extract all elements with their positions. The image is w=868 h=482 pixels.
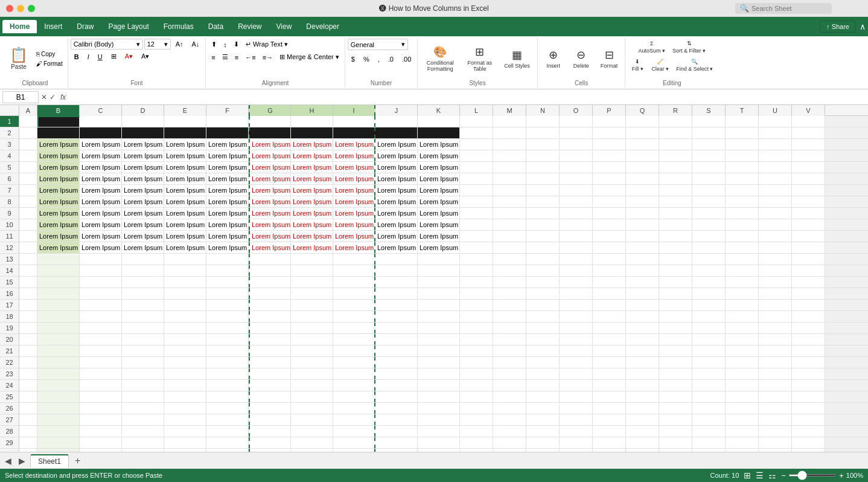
grid-cell[interactable] (692, 391, 726, 402)
grid-cell[interactable] (726, 277, 759, 288)
grid-cell[interactable] (19, 311, 37, 322)
grid-cell[interactable]: Lorem Ipsum (375, 219, 418, 230)
grid-cell[interactable] (122, 116, 164, 127)
grid-cell[interactable] (291, 449, 333, 452)
grid-cell[interactable] (759, 208, 792, 219)
grid-cell[interactable] (375, 116, 418, 127)
grid-cell[interactable] (333, 357, 375, 368)
grid-cell[interactable] (37, 368, 80, 379)
grid-cell[interactable] (460, 116, 493, 127)
grid-cell[interactable] (759, 391, 792, 402)
grid-cell[interactable]: Lorem Ipsum (206, 185, 249, 196)
grid-cell[interactable] (122, 265, 164, 276)
bold-button[interactable]: B (71, 51, 83, 62)
grid-cell[interactable] (460, 414, 493, 425)
grid-cell[interactable] (692, 139, 726, 150)
grid-cell[interactable] (19, 173, 37, 184)
grid-cell[interactable] (659, 196, 692, 207)
grid-cell[interactable] (626, 196, 659, 207)
grid-cell[interactable]: Lorem Ipsum (249, 208, 291, 219)
grid-cell[interactable] (726, 403, 759, 414)
grid-cell[interactable] (759, 219, 792, 230)
grid-cell[interactable] (164, 380, 206, 391)
grid-cell[interactable]: Lorem Ipsum (80, 162, 122, 173)
grid-cell[interactable] (659, 391, 692, 402)
grid-cell[interactable] (726, 208, 759, 219)
grid-cell[interactable] (626, 162, 659, 173)
grid-cell[interactable]: Lorem Ipsum (249, 219, 291, 230)
grid-cell[interactable] (759, 162, 792, 173)
grid-cell[interactable] (692, 426, 726, 437)
grid-cell[interactable] (759, 196, 792, 207)
grid-cell[interactable] (692, 116, 726, 127)
grid-cell[interactable] (80, 323, 122, 333)
grid-cell[interactable] (526, 242, 560, 253)
grid-cell[interactable] (659, 368, 692, 379)
grid-cell[interactable] (759, 116, 792, 127)
grid-cell[interactable] (626, 368, 659, 379)
grid-cell[interactable]: Lorem Ipsum (206, 208, 249, 219)
grid-cell[interactable] (526, 127, 560, 138)
grid-cell[interactable] (626, 139, 659, 150)
grid-cell[interactable] (759, 288, 792, 299)
grid-cell[interactable] (19, 150, 37, 161)
grid-cell[interactable]: Lorem Ipsum (80, 219, 122, 230)
grid-cell[interactable]: Lorem Ipsum (418, 242, 460, 253)
grid-cell[interactable]: Lorem Ipsum (164, 219, 206, 230)
zoom-slider[interactable] (788, 474, 837, 477)
grid-cell[interactable]: Lorem Ipsum (291, 208, 333, 219)
grid-cell[interactable] (692, 323, 726, 333)
grid-cell[interactable] (122, 437, 164, 448)
grid-cell[interactable] (19, 139, 37, 150)
grid-cell[interactable] (80, 368, 122, 379)
grid-cell[interactable] (19, 185, 37, 196)
row-number[interactable]: 2 (0, 127, 19, 138)
grid-cell[interactable] (692, 345, 726, 356)
grid-cell[interactable] (80, 334, 122, 345)
grid-cell[interactable] (659, 357, 692, 368)
row-number[interactable]: 19 (0, 323, 19, 333)
grid-cell[interactable] (291, 300, 333, 310)
grid-cell[interactable] (164, 391, 206, 402)
grid-cell[interactable] (493, 116, 526, 127)
grid-cell[interactable] (792, 437, 825, 448)
grid-cell[interactable] (460, 288, 493, 299)
grid-cell[interactable] (626, 185, 659, 196)
grid-cell[interactable]: Lorem Ipsum (249, 150, 291, 161)
row-number[interactable]: 17 (0, 300, 19, 310)
grid-cell[interactable] (726, 288, 759, 299)
grid-cell[interactable] (493, 345, 526, 356)
fill-button[interactable]: ⬇ Fill ▾ (628, 57, 647, 74)
grid-cell[interactable] (792, 403, 825, 414)
tab-page-layout[interactable]: Page Layout (101, 20, 156, 33)
grid-cell[interactable] (692, 265, 726, 276)
grid-cell[interactable] (19, 357, 37, 368)
tab-data[interactable]: Data (201, 20, 231, 33)
col-header-k[interactable]: K (418, 105, 460, 116)
grid-cell[interactable] (726, 196, 759, 207)
grid-cell[interactable] (593, 162, 626, 173)
grid-cell[interactable] (375, 254, 418, 265)
grid-cell[interactable]: Lorem Ipsum (375, 231, 418, 242)
grid-cell[interactable] (692, 380, 726, 391)
grid-cell[interactable] (291, 368, 333, 379)
grid-cell[interactable] (80, 449, 122, 452)
grid-cell[interactable]: Lorem Ipsum (164, 150, 206, 161)
grid-cell[interactable] (460, 139, 493, 150)
row-number[interactable]: 26 (0, 403, 19, 414)
zoom-plus-button[interactable]: + (839, 471, 844, 480)
format-button[interactable]: ⊟ Format (596, 43, 623, 74)
grid-cell[interactable] (659, 414, 692, 425)
grid-cell[interactable] (164, 449, 206, 452)
grid-cell[interactable] (122, 391, 164, 402)
grid-cell[interactable]: Lorem Ipsum (249, 162, 291, 173)
grid-cell[interactable] (526, 196, 560, 207)
grid-cell[interactable]: Lorem Ipsum (164, 242, 206, 253)
grid-cell[interactable] (493, 414, 526, 425)
grid-cell[interactable] (526, 288, 560, 299)
grid-cell[interactable] (164, 414, 206, 425)
grid-cell[interactable] (19, 219, 37, 230)
grid-cell[interactable] (792, 323, 825, 333)
grid-cell[interactable]: Lorem Ipsum (418, 231, 460, 242)
grid-cell[interactable] (122, 300, 164, 310)
